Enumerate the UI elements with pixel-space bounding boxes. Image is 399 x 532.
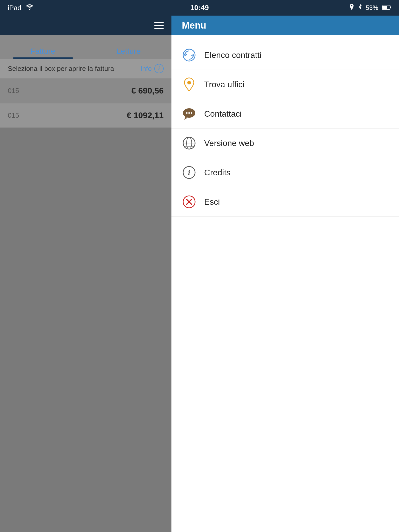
menu-item-label: Elenco contratti bbox=[204, 50, 262, 60]
location-icon bbox=[349, 4, 354, 12]
svg-point-4 bbox=[187, 81, 191, 84]
svg-point-7 bbox=[188, 112, 190, 114]
menu-item-label: Contattaci bbox=[204, 109, 242, 119]
menu-item-trova-uffici[interactable]: Trova uffici bbox=[171, 70, 399, 99]
svg-point-8 bbox=[191, 112, 192, 114]
menu-item-esci[interactable]: Esci bbox=[171, 187, 399, 217]
info-bar: Seleziona il box per aprire la fattura I… bbox=[0, 59, 171, 79]
invoice-row[interactable]: 015 € 690,56 bbox=[0, 79, 171, 103]
menu-item-label: Credits bbox=[204, 168, 230, 177]
svg-point-6 bbox=[186, 112, 188, 114]
invoice-amount-2: € 1092,11 bbox=[127, 111, 164, 120]
menu-title: Menu bbox=[182, 20, 206, 31]
location-pin-icon bbox=[182, 77, 196, 92]
content-header bbox=[0, 16, 171, 35]
svg-rect-1 bbox=[390, 6, 391, 8]
info-circle-icon: i bbox=[154, 64, 164, 73]
contracts-icon bbox=[182, 48, 196, 62]
menu-item-credits[interactable]: i Credits bbox=[171, 158, 399, 187]
time-display: 10:49 bbox=[190, 4, 209, 12]
tab-letture[interactable]: Letture bbox=[86, 47, 171, 59]
menu-header: Menu bbox=[171, 16, 399, 35]
invoice-date-2: 015 bbox=[8, 111, 19, 119]
battery-icon bbox=[382, 4, 391, 11]
menu-item-versione-web[interactable]: Versione web bbox=[171, 129, 399, 158]
info-icon: i bbox=[182, 165, 196, 180]
exit-icon bbox=[182, 195, 196, 209]
wifi-icon bbox=[26, 4, 33, 12]
invoice-date-1: 015 bbox=[8, 87, 19, 95]
menu-item-label: Esci bbox=[204, 197, 220, 207]
invoice-amount-1: € 690,56 bbox=[131, 86, 164, 96]
battery-percent: 53% bbox=[366, 4, 378, 11]
menu-item-label: Versione web bbox=[204, 138, 254, 148]
info-badge[interactable]: Info i bbox=[141, 64, 164, 73]
menu-item-contattaci[interactable]: Contattaci bbox=[171, 99, 399, 129]
main-layout: Fatture Letture Seleziona il box per apr… bbox=[0, 16, 399, 532]
svg-rect-2 bbox=[382, 6, 387, 9]
hamburger-button[interactable] bbox=[154, 22, 164, 29]
menu-item-elenco-contratti[interactable]: Elenco contratti bbox=[171, 41, 399, 70]
content-panel: Fatture Letture Seleziona il box per apr… bbox=[0, 16, 171, 532]
tabs-container: Fatture Letture bbox=[0, 35, 171, 59]
chat-icon bbox=[182, 107, 196, 121]
menu-item-label: Trova uffici bbox=[204, 80, 244, 89]
menu-panel: Menu Elenco contratti bbox=[171, 16, 399, 532]
device-label: iPad bbox=[8, 4, 21, 12]
menu-items: Elenco contratti Trova uffici bbox=[171, 35, 399, 222]
globe-icon bbox=[182, 136, 196, 150]
tab-fatture[interactable]: Fatture bbox=[0, 47, 86, 59]
info-bar-text: Seleziona il box per aprire la fattura bbox=[8, 65, 114, 73]
info-label: Info bbox=[141, 65, 152, 73]
bluetooth-icon bbox=[358, 4, 362, 12]
invoice-row[interactable]: 015 € 1092,11 bbox=[0, 103, 171, 128]
status-bar: iPad 10:49 53% bbox=[0, 0, 399, 16]
svg-text:i: i bbox=[188, 168, 190, 176]
